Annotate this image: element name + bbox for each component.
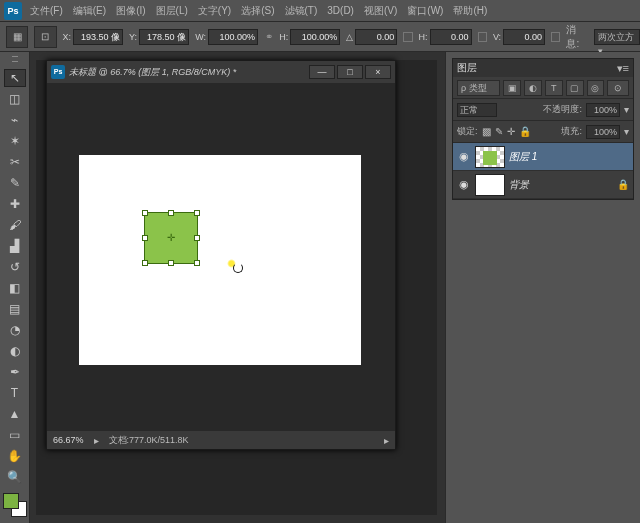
layer-name[interactable]: 背景 xyxy=(509,178,529,192)
fg-color-swatch[interactable] xyxy=(3,493,19,509)
handle-bottom-left[interactable] xyxy=(142,260,148,266)
eraser-tool[interactable]: ◧ xyxy=(4,279,26,297)
tools-grip[interactable] xyxy=(12,56,18,62)
history-brush-tool[interactable]: ↺ xyxy=(4,258,26,276)
opacity-dropdown-icon[interactable]: ▾ xyxy=(624,104,629,115)
opacity-input[interactable]: 100% xyxy=(586,103,620,117)
handle-bottom-middle[interactable] xyxy=(168,260,174,266)
lock-position-icon[interactable]: ✛ xyxy=(507,126,515,137)
handle-top-left[interactable] xyxy=(142,210,148,216)
visibility-toggle[interactable]: ◉ xyxy=(457,150,471,163)
handle-bottom-right[interactable] xyxy=(194,260,200,266)
menu-image[interactable]: 图像(I) xyxy=(116,4,145,18)
path-select-tool[interactable]: ▲ xyxy=(4,405,26,423)
document-area: Ps 未标题 @ 66.7% (图层 1, RGB/8/CMYK) * — □ … xyxy=(36,60,437,515)
layers-tab[interactable]: 图层 xyxy=(457,61,477,75)
handle-top-right[interactable] xyxy=(194,210,200,216)
lock-all-icon[interactable]: 🔒 xyxy=(519,126,531,137)
window-close-button[interactable]: × xyxy=(365,65,391,79)
w-input[interactable]: 100.00% xyxy=(208,29,258,45)
x-input[interactable]: 193.50 像 xyxy=(73,29,123,45)
h-input[interactable]: 100.00% xyxy=(290,29,340,45)
move-tool[interactable]: ↖ xyxy=(4,69,26,87)
fill-input[interactable]: 100% xyxy=(586,125,620,139)
blend-mode-dropdown[interactable]: 正常 xyxy=(457,103,497,117)
filter-shape-icon[interactable]: ▢ xyxy=(566,80,584,96)
marquee-tool[interactable]: ◫ xyxy=(4,90,26,108)
filter-smart-icon[interactable]: ◎ xyxy=(587,80,605,96)
healing-tool[interactable]: ✚ xyxy=(4,195,26,213)
link-wh-icon[interactable]: ⚭ xyxy=(264,31,273,43)
status-arrow-right-icon[interactable]: ▸ xyxy=(384,435,389,446)
window-minimize-button[interactable]: — xyxy=(309,65,335,79)
menu-filter[interactable]: 滤镜(T) xyxy=(285,4,318,18)
angle-input[interactable]: 0.00 xyxy=(355,29,397,45)
crop-tool[interactable]: ✂ xyxy=(4,153,26,171)
filter-adjust-icon[interactable]: ◐ xyxy=(524,80,542,96)
document-title[interactable]: 未标题 @ 66.7% (图层 1, RGB/8/CMYK) * xyxy=(69,66,236,79)
brush-tool[interactable]: 🖌 xyxy=(4,216,26,234)
handle-middle-right[interactable] xyxy=(194,235,200,241)
menu-type[interactable]: 文字(Y) xyxy=(198,4,231,18)
reference-point-icon[interactable]: ⊡ xyxy=(34,26,56,48)
y-input[interactable]: 178.50 像 xyxy=(139,29,189,45)
lock-transparency-icon[interactable]: ▩ xyxy=(482,126,491,137)
magic-wand-tool[interactable]: ✶ xyxy=(4,132,26,150)
panel-menu-icon[interactable]: ▾≡ xyxy=(617,62,629,75)
menu-edit[interactable]: 编辑(E) xyxy=(73,4,106,18)
transform-center-icon[interactable]: ✛ xyxy=(166,233,176,243)
skew-v-checkbox[interactable] xyxy=(551,32,560,42)
layers-panel: 图层 ▾≡ ρ 类型 ▣ ◐ T ▢ ◎ ⊙ 正常 不透明度: 100% ▾ 锁… xyxy=(452,58,634,200)
layer-row[interactable]: ◉ 图层 1 xyxy=(453,143,633,171)
layer-thumbnail[interactable] xyxy=(475,174,505,196)
menu-file[interactable]: 文件(F) xyxy=(30,4,63,18)
window-maximize-button[interactable]: □ xyxy=(337,65,363,79)
x-label: X: xyxy=(63,32,72,42)
zoom-tool[interactable]: 🔍 xyxy=(4,468,26,486)
lock-pixels-icon[interactable]: ✎ xyxy=(495,126,503,137)
menu-layer[interactable]: 图层(L) xyxy=(156,4,188,18)
pen-tool[interactable]: ✒ xyxy=(4,363,26,381)
menu-view[interactable]: 视图(V) xyxy=(364,4,397,18)
handle-middle-left[interactable] xyxy=(142,235,148,241)
canvas[interactable]: ✛ xyxy=(79,155,361,365)
layer-thumbnail[interactable] xyxy=(475,146,505,168)
skew-h-label: H: xyxy=(419,32,428,42)
filter-image-icon[interactable]: ▣ xyxy=(503,80,521,96)
gradient-tool[interactable]: ▤ xyxy=(4,300,26,318)
document-viewport[interactable]: ✛ xyxy=(47,83,395,431)
filter-toggle[interactable]: ⊙ xyxy=(607,80,629,96)
menu-3d[interactable]: 3D(D) xyxy=(327,5,354,16)
layer-row[interactable]: ◉ 背景 🔒 xyxy=(453,171,633,199)
layer-name[interactable]: 图层 1 xyxy=(509,150,537,164)
skew-v-input[interactable]: 0.00 xyxy=(503,29,545,45)
blur-tool[interactable]: ◔ xyxy=(4,321,26,339)
rectangle-tool[interactable]: ▭ xyxy=(4,426,26,444)
lasso-tool[interactable]: ⌁ xyxy=(4,111,26,129)
menu-help[interactable]: 帮助(H) xyxy=(453,4,487,18)
doc-info[interactable]: 文档:777.0K/511.8K xyxy=(109,434,189,447)
interp-label: 消息: xyxy=(566,23,587,51)
angle-lock-checkbox[interactable] xyxy=(403,32,412,42)
interpolation-dropdown[interactable]: 两次立方 ▾ xyxy=(594,29,641,45)
skew-h-input[interactable]: 0.00 xyxy=(430,29,472,45)
hand-tool[interactable]: ✋ xyxy=(4,447,26,465)
options-bar: ▦ ⊡ X:193.50 像 Y:178.50 像 W:100.00% ⚭ H:… xyxy=(0,22,640,52)
visibility-toggle[interactable]: ◉ xyxy=(457,178,471,191)
filter-text-icon[interactable]: T xyxy=(545,80,563,96)
menu-window[interactable]: 窗口(W) xyxy=(407,4,443,18)
transform-selection[interactable]: ✛ xyxy=(144,212,198,264)
eyedropper-tool[interactable]: ✎ xyxy=(4,174,26,192)
transform-mode-icon[interactable]: ▦ xyxy=(6,26,28,48)
stamp-tool[interactable]: ▟ xyxy=(4,237,26,255)
handle-top-middle[interactable] xyxy=(168,210,174,216)
skew-h-checkbox[interactable] xyxy=(478,32,487,42)
type-tool[interactable]: T xyxy=(4,384,26,402)
menu-select[interactable]: 选择(S) xyxy=(241,4,274,18)
zoom-level[interactable]: 66.67% xyxy=(53,435,84,445)
status-arrow-icon[interactable]: ▸ xyxy=(94,435,99,446)
color-swatch[interactable] xyxy=(3,493,27,517)
layer-filter-dropdown[interactable]: ρ 类型 xyxy=(457,80,500,96)
dodge-tool[interactable]: ◐ xyxy=(4,342,26,360)
fill-dropdown-icon[interactable]: ▾ xyxy=(624,126,629,137)
